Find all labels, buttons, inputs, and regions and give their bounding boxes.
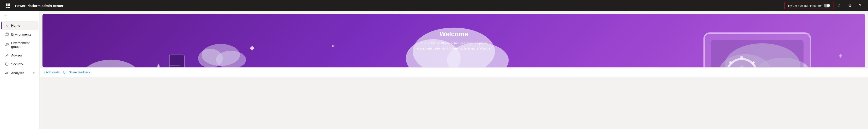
svg-point-34 xyxy=(725,43,800,68)
svg-rect-9 xyxy=(169,55,184,68)
share-feedback-button[interactable]: Share feedback xyxy=(63,70,90,75)
add-cards-label: + Add cards xyxy=(43,71,60,74)
svg-point-23 xyxy=(202,44,240,66)
help-icon: ? xyxy=(859,3,861,8)
theme-toggle-button[interactable]: ☾ xyxy=(835,1,844,10)
svg-point-35 xyxy=(719,54,771,68)
content-area: ✦ ✦ ✦ ✦ ✦ xyxy=(40,11,868,129)
sidebar-label-environment-groups: Environment groups xyxy=(11,41,35,49)
sidebar-label-environments: Environments xyxy=(11,33,35,36)
hero-title: Welcome xyxy=(416,31,491,38)
sidebar-label-security: Security xyxy=(11,62,35,66)
try-new-admin-toggle[interactable] xyxy=(824,4,830,7)
analytics-chevron-icon: ∨ xyxy=(33,72,35,75)
waffle-button[interactable] xyxy=(4,1,12,10)
advisor-icon xyxy=(5,53,9,57)
environments-icon xyxy=(5,32,9,37)
waffle-icon xyxy=(6,3,10,8)
svg-rect-41 xyxy=(711,40,804,68)
settings-button[interactable]: ⚙ xyxy=(846,1,854,10)
hero-subtitle: The Power Platform admin center is the p… xyxy=(416,41,491,51)
try-new-admin-label: Try the new admin center xyxy=(788,4,822,7)
help-button[interactable]: ? xyxy=(856,1,864,10)
topbar: Power Platform admin center Try the new … xyxy=(0,0,868,11)
sidebar: ☰ ⌂ Home Environments xyxy=(0,11,40,129)
settings-icon: ⚙ xyxy=(848,3,851,8)
sidebar-label-advisor: Advisor xyxy=(11,53,35,57)
svg-point-36 xyxy=(755,58,810,68)
svg-rect-6 xyxy=(7,72,8,74)
hero-subtitle-line2: to manage users, environments, policies,… xyxy=(416,46,491,50)
svg-rect-4 xyxy=(5,73,6,74)
svg-point-20 xyxy=(80,60,142,68)
topbar-left: Power Platform admin center xyxy=(4,1,63,10)
svg-text:✦: ✦ xyxy=(838,52,843,60)
hero-banner: ✦ ✦ ✦ ✦ ✦ xyxy=(42,14,865,68)
try-new-admin-button[interactable]: Try the new admin center xyxy=(784,2,833,9)
home-icon: ⌂ xyxy=(5,24,9,28)
sidebar-item-security[interactable]: Security xyxy=(1,60,38,69)
share-feedback-icon xyxy=(63,71,66,74)
svg-rect-5 xyxy=(6,73,7,74)
main-layout: ☰ ⌂ Home Environments xyxy=(0,11,868,129)
svg-point-24 xyxy=(198,49,223,68)
hamburger-button[interactable]: ☰ xyxy=(0,13,39,21)
sidebar-label-analytics: Analytics xyxy=(11,71,31,75)
svg-point-45 xyxy=(735,67,749,68)
sidebar-item-analytics[interactable]: Analytics ∨ xyxy=(1,69,38,77)
sidebar-item-environments[interactable]: Environments xyxy=(1,30,38,39)
svg-point-44 xyxy=(727,59,757,68)
svg-text:✦: ✦ xyxy=(156,62,161,68)
security-icon xyxy=(5,62,9,66)
theme-icon: ☾ xyxy=(838,3,841,8)
share-feedback-label: Share feedback xyxy=(69,71,90,74)
sidebar-item-home[interactable]: ⌂ Home xyxy=(1,21,38,30)
svg-text:✦: ✦ xyxy=(331,43,335,49)
sidebar-item-advisor[interactable]: Advisor xyxy=(1,51,38,60)
app-title: Power Platform admin center xyxy=(15,4,63,8)
svg-rect-40 xyxy=(704,33,810,68)
svg-line-52 xyxy=(730,62,732,64)
svg-point-25 xyxy=(216,51,246,68)
hero-content: Welcome The Power Platform admin center … xyxy=(416,31,491,51)
environment-groups-icon xyxy=(5,43,9,47)
topbar-right: Try the new admin center ☾ ⚙ ? xyxy=(784,1,864,10)
svg-line-54 xyxy=(752,62,754,64)
add-cards-button[interactable]: + Add cards xyxy=(43,70,60,75)
svg-text:✦: ✦ xyxy=(248,43,256,54)
sidebar-label-home: Home xyxy=(11,24,35,28)
sidebar-item-environment-groups[interactable]: Environment groups xyxy=(1,39,38,51)
bottom-toolbar: + Add cards Share feedback xyxy=(40,68,868,77)
analytics-icon xyxy=(5,71,9,75)
hero-subtitle-line1: The Power Platform admin center is the p… xyxy=(421,41,487,45)
